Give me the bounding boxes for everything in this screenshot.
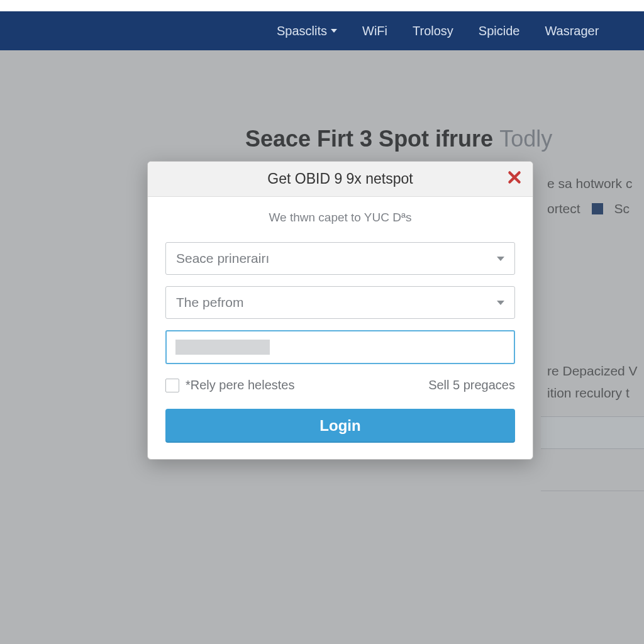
login-modal: Get OBID 9 9x netspot We thwn capet to Y… — [147, 161, 533, 460]
input-placeholder-mask — [175, 340, 270, 355]
nav-item-spasclits[interactable]: Spasclits — [277, 24, 337, 38]
options-row: *Rely pere helestes Sell 5 pregaces — [165, 378, 515, 392]
nav-item-label: Spicide — [479, 24, 520, 38]
nav-item-trolosy[interactable]: Trolosy — [413, 24, 453, 38]
checkbox-label: *Rely pere helestes — [186, 378, 294, 392]
modal-header: Get OBID 9 9x netspot — [148, 162, 533, 197]
modal-body: We thwn capet to YUC Dªs Seace prinerair… — [148, 197, 533, 459]
close-icon — [506, 169, 523, 186]
close-button[interactable] — [506, 169, 523, 186]
nav-item-spicide[interactable]: Spicide — [479, 24, 520, 38]
checkbox-icon — [165, 379, 179, 392]
select-label: The pefrom — [176, 295, 497, 310]
modal-title: Get OBID 9 9x netspot — [267, 170, 413, 187]
password-input[interactable] — [165, 330, 515, 364]
chevron-down-icon — [497, 301, 504, 305]
nav-item-wasrager[interactable]: Wasrager — [545, 24, 599, 38]
select-label: Seace prinerairı — [176, 251, 497, 266]
nav-item-label: Spasclits — [277, 24, 327, 38]
select-pefrom[interactable]: The pefrom — [165, 286, 515, 319]
nav-item-label: WiFi — [362, 24, 387, 38]
remember-checkbox[interactable]: *Rely pere helestes — [165, 378, 294, 392]
chevron-down-icon — [331, 29, 337, 33]
main-navbar: Spasclits WiFi Trolosy Spicide Wasrager — [0, 11, 644, 50]
modal-subtitle: We thwn capet to YUC Dªs — [165, 211, 515, 225]
login-button[interactable]: Login — [165, 409, 515, 443]
select-seace[interactable]: Seace prinerairı — [165, 242, 515, 275]
pregaces-link[interactable]: Sell 5 pregaces — [428, 378, 515, 392]
nav-item-wifi[interactable]: WiFi — [362, 24, 387, 38]
browser-url-bar — [0, 0, 644, 11]
nav-item-label: Trolosy — [413, 24, 453, 38]
nav-item-label: Wasrager — [545, 24, 599, 38]
chevron-down-icon — [497, 257, 504, 261]
